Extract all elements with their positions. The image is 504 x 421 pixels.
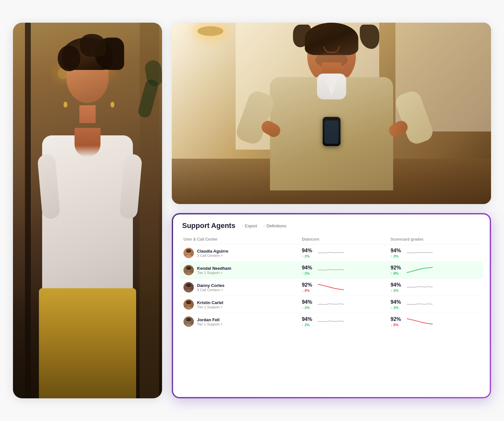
svg-point-10 bbox=[185, 306, 193, 310]
agent-name: Jordan Fell bbox=[197, 317, 223, 322]
svg-point-13 bbox=[185, 324, 193, 327]
score-value: 94% bbox=[391, 299, 404, 305]
table-row[interactable]: Danny Cortes 3 Call Centers ∨ 92% ↓ 8% bbox=[180, 279, 483, 296]
table-row[interactable]: Kendal Needham Tier 1 Support ∨ 94% ↑ 2% bbox=[180, 262, 483, 279]
score-change: ↑ 2% bbox=[391, 289, 404, 292]
score-change: ↑ 2% bbox=[302, 254, 315, 258]
score-value: 94% bbox=[391, 248, 404, 254]
dialscore-cell: 94% ↑ 2% bbox=[302, 316, 391, 327]
svg-point-5 bbox=[186, 266, 191, 270]
score-block: 94% ↑ 2% bbox=[302, 299, 315, 310]
svg-point-11 bbox=[186, 301, 191, 304]
agent-name: Danny Cortes bbox=[197, 283, 225, 288]
definitions-label: Definitions bbox=[266, 223, 286, 228]
agent-cell: Claudia Aguirre 3 Call Centers ∨ bbox=[183, 248, 302, 258]
table-container: User & Call Center Dialscore Scorecard g… bbox=[173, 234, 490, 335]
col-header-user: User & Call Center bbox=[183, 237, 302, 242]
agent-name: Kristin Carlel bbox=[197, 300, 223, 305]
svg-point-8 bbox=[186, 283, 191, 287]
dashboard-inner: Support Agents › Export › Definitions Us… bbox=[173, 214, 490, 397]
agent-name: Kendal Needham bbox=[197, 266, 231, 271]
agent-name: Claudia Aguirre bbox=[197, 249, 228, 254]
score-block: 94% ↑ 2% bbox=[391, 248, 404, 258]
score-change: ↑ 2% bbox=[391, 306, 404, 310]
table-row[interactable]: Jordan Fell Tier 1 Support ∨ 94% ↑ 2% bbox=[180, 313, 483, 330]
svg-point-1 bbox=[185, 255, 193, 258]
agent-cell: Danny Cortes 3 Call Centers ∨ bbox=[183, 282, 302, 292]
sparkline bbox=[407, 266, 433, 275]
avatar bbox=[183, 248, 194, 258]
agent-cell: Kendal Needham Tier 1 Support ∨ bbox=[183, 265, 302, 275]
svg-point-7 bbox=[185, 289, 193, 292]
score-change: ↑ 2% bbox=[302, 306, 315, 310]
dashboard-card: Support Agents › Export › Definitions Us… bbox=[172, 213, 491, 398]
dialscore-cell: 92% ↓ 8% bbox=[302, 282, 391, 292]
agent-cell: Jordan Fell Tier 1 Support ∨ bbox=[183, 316, 302, 327]
scorecard-cell: 94% ↑ 2% bbox=[391, 282, 479, 292]
agent-sub[interactable]: Tier 1 Support ∨ bbox=[197, 322, 223, 326]
agent-sub[interactable]: 3 Call Centers ∨ bbox=[197, 288, 225, 292]
svg-point-2 bbox=[186, 249, 191, 253]
score-change: ↓ 8% bbox=[391, 323, 404, 327]
score-block: 94% ↑ 2% bbox=[391, 282, 404, 292]
scorecard-cell: 92% ↓ 8% bbox=[391, 316, 479, 327]
score-block: 94% ↑ 2% bbox=[302, 265, 315, 275]
scorecard-cell: 94% ↑ 2% bbox=[391, 248, 479, 258]
dialscore-cell: 94% ↑ 2% bbox=[302, 248, 391, 258]
score-value: 92% bbox=[302, 282, 315, 288]
agent-info: Danny Cortes 3 Call Centers ∨ bbox=[197, 283, 225, 292]
score-change: ↑ 2% bbox=[302, 323, 315, 327]
right-column: Support Agents › Export › Definitions Us… bbox=[172, 23, 491, 398]
top-right-photo bbox=[172, 23, 491, 204]
export-label: Export bbox=[245, 223, 257, 228]
export-chevron: › bbox=[242, 224, 243, 228]
col-header-dialscore: Dialscore bbox=[302, 237, 391, 242]
score-block: 92% ↓ 8% bbox=[302, 282, 315, 292]
sparkline bbox=[318, 300, 344, 309]
avatar bbox=[183, 265, 194, 275]
main-container: Support Agents › Export › Definitions Us… bbox=[0, 0, 504, 421]
agent-sub[interactable]: Tier 1 Support ∨ bbox=[197, 305, 223, 309]
score-change: ↓ 8% bbox=[302, 289, 315, 292]
score-value: 94% bbox=[302, 316, 315, 322]
table-row[interactable]: Claudia Aguirre 3 Call Centers ∨ 94% ↑ 2… bbox=[180, 245, 483, 262]
avatar bbox=[183, 299, 194, 310]
left-photo bbox=[13, 23, 162, 398]
dialscore-cell: 94% ↑ 2% bbox=[302, 265, 391, 275]
agent-sub[interactable]: Tier 1 Support ∨ bbox=[197, 271, 231, 275]
agent-info: Kristin Carlel Tier 1 Support ∨ bbox=[197, 300, 223, 309]
export-button[interactable]: › Export bbox=[242, 223, 257, 228]
score-change: ↑ 2% bbox=[391, 254, 404, 258]
score-value: 94% bbox=[302, 299, 315, 305]
scorecard-cell: 92% ↑ 8% bbox=[391, 265, 479, 275]
sparkline bbox=[407, 283, 433, 292]
agent-info: Kendal Needham Tier 1 Support ∨ bbox=[197, 266, 231, 275]
score-value: 92% bbox=[391, 316, 404, 322]
agent-sub[interactable]: 3 Call Centers ∨ bbox=[197, 254, 228, 257]
scorecard-cell: 94% ↑ 2% bbox=[391, 299, 479, 310]
sparkline bbox=[407, 317, 433, 326]
score-block: 94% ↑ 2% bbox=[302, 316, 315, 327]
score-value: 94% bbox=[302, 248, 315, 254]
agent-info: Jordan Fell Tier 1 Support ∨ bbox=[197, 317, 223, 326]
dialscore-cell: 94% ↑ 2% bbox=[302, 299, 391, 310]
table-row[interactable]: Kristin Carlel Tier 1 Support ∨ 94% ↑ 2% bbox=[180, 296, 483, 313]
definitions-chevron: › bbox=[264, 224, 264, 228]
agent-info: Claudia Aguirre 3 Call Centers ∨ bbox=[197, 249, 228, 257]
dashboard-title: Support Agents bbox=[182, 222, 235, 230]
sparkline bbox=[318, 283, 344, 292]
table-header: User & Call Center Dialscore Scorecard g… bbox=[180, 234, 483, 245]
score-block: 94% ↑ 2% bbox=[391, 299, 404, 310]
left-photo-bg bbox=[13, 23, 162, 398]
sparkline bbox=[318, 317, 344, 326]
score-block: 92% ↓ 8% bbox=[391, 316, 404, 327]
definitions-button[interactable]: › Definitions bbox=[264, 223, 286, 228]
score-value: 94% bbox=[302, 265, 315, 271]
svg-point-4 bbox=[185, 272, 193, 275]
sparkline bbox=[407, 300, 433, 309]
score-change: ↑ 8% bbox=[391, 271, 404, 275]
svg-point-14 bbox=[186, 318, 191, 322]
score-change: ↑ 2% bbox=[302, 271, 315, 275]
man-photo-bg bbox=[172, 23, 491, 204]
avatar bbox=[183, 282, 194, 292]
